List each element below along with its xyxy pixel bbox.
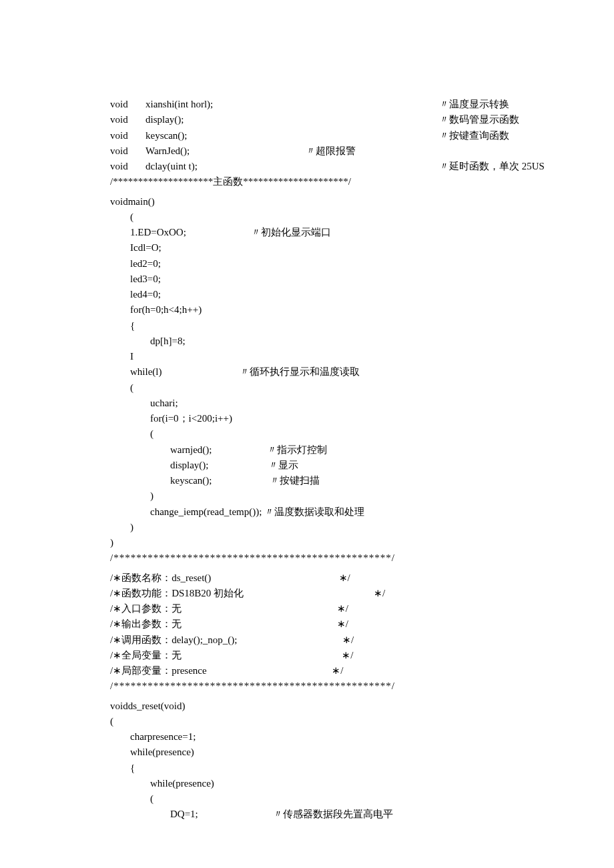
separator-3: /***************************************… (110, 679, 504, 694)
code-line: ( (110, 380, 504, 396)
signature: keyscan(); (145, 128, 439, 143)
code-line: voidds_reset(void) (110, 699, 504, 714)
keyword: void (110, 159, 145, 174)
code-line: ) (110, 535, 504, 550)
code-line: for(i=0；i<200;i++) (110, 411, 504, 426)
code-line: change_iemp(read_temp()); 〃温度数据读取和处理 (110, 504, 504, 520)
code-line: charpresence=1; (110, 729, 504, 745)
code-line: while(presence) (110, 776, 504, 791)
signature: display(); (145, 112, 439, 127)
comment: 〃数码管显示函数 (439, 112, 519, 127)
comment-block-line: /∗函数功能：DS18B20 初始化 ∗/ (110, 586, 504, 601)
signature: dclay(uint t); (145, 159, 439, 174)
code-line: DQ=1; 〃传感器数据段先置高电平 (110, 807, 504, 822)
comment-mid: 〃超限报警 (306, 143, 356, 159)
code-line: for(h=0;h<4;h++) (110, 302, 504, 318)
page: void xianshi(int horl); 〃温度显示转换 void dis… (0, 0, 614, 868)
code-line: I (110, 349, 504, 364)
decl-2: void keyscan(); 〃按键查询函数 (110, 128, 504, 143)
code-line: dp[h]=8; (110, 334, 504, 349)
code-line: 1.ED=OxOO; 〃初始化显示端口 (110, 225, 504, 240)
code-line: ) (110, 520, 504, 535)
keyword: void (110, 128, 145, 143)
comment-block-line: /∗输出参数：无 ∗/ (110, 616, 504, 632)
signature: WarnJed(); (145, 143, 306, 159)
code-line: led3=0; (110, 272, 504, 287)
comment-block-line: /∗调用函数：delay();_nop_(); ∗/ (110, 632, 504, 648)
code-line: keyscan(); 〃按键扫描 (110, 473, 504, 488)
comment: 〃温度显示转换 (439, 97, 509, 112)
code-line: { (110, 761, 504, 776)
code-line: uchari; (110, 396, 504, 411)
comment-block-line: /∗函数名称：ds_reset() ∗/ (110, 570, 504, 586)
comment: 〃延时函数，单次 25US (439, 159, 545, 174)
code-line: ( (110, 209, 504, 225)
comment-block-line: /∗全局变量：无 ∗/ (110, 648, 504, 663)
separator-2: /***************************************… (110, 550, 504, 566)
decl-1: void display(); 〃数码管显示函数 (110, 112, 504, 127)
comment: 〃按键查询函数 (439, 128, 509, 143)
code-line: ( (110, 791, 504, 807)
comment-block-line: /∗局部变量：presence ∗/ (110, 663, 504, 679)
code-line: while(presence) (110, 745, 504, 760)
code-line: ) (110, 488, 504, 504)
code-line: led4=0; (110, 287, 504, 302)
code-line: Icdl=O; (110, 240, 504, 256)
decl-3: void WarnJed(); 〃超限报警 (110, 143, 504, 159)
code-line: ( (110, 714, 504, 729)
decl-0: void xianshi(int horl); 〃温度显示转换 (110, 97, 504, 112)
code-line: led2=0; (110, 256, 504, 272)
code-line: warnjed(); 〃指示灯控制 (110, 442, 504, 458)
signature: xianshi(int horl); (145, 97, 439, 112)
code-line: ( (110, 426, 504, 442)
code-line: display(); 〃显示 (110, 458, 504, 473)
comment-block-line: /∗入口参数：无 ∗/ (110, 601, 504, 616)
keyword: void (110, 143, 145, 159)
decl-4: void dclay(uint t); 〃延时函数，单次 25US (110, 159, 504, 174)
code-line: while(l) 〃循环执行显示和温度读取 (110, 364, 504, 380)
keyword: void (110, 112, 145, 127)
keyword: void (110, 97, 145, 112)
code-line: voidmain() (110, 194, 504, 209)
code-line: { (110, 318, 504, 334)
separator-1: /********************主函数****************… (110, 174, 504, 189)
